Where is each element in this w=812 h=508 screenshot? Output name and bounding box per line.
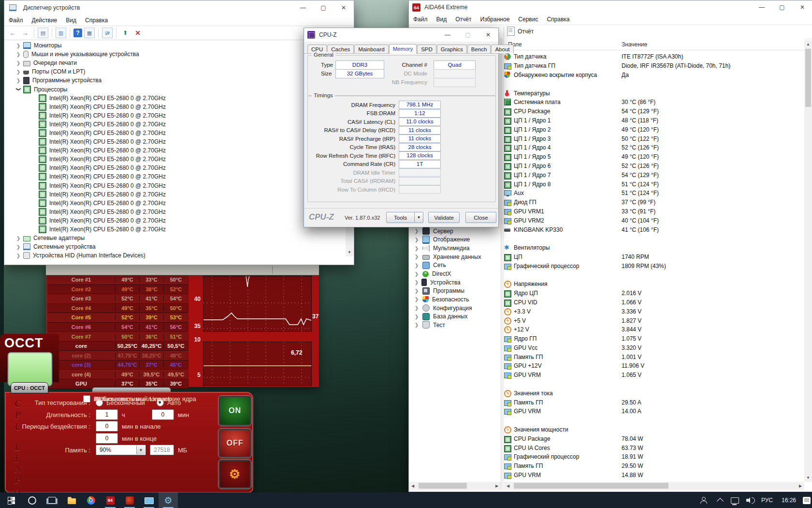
category-tree-item[interactable]: ❯ Мультимедиа xyxy=(409,244,501,253)
menu-item[interactable]: Вид xyxy=(61,17,81,24)
device-tree-item[interactable]: ❯ Intel(R) Xeon(R) CPU E5-2680 0 @ 2.70G… xyxy=(5,208,345,216)
sensor-row[interactable]: GPU +12V 11.906 V xyxy=(504,361,804,371)
sensor-row[interactable]: ϟ +3.3 V 3.336 V xyxy=(504,307,804,316)
value-column-header[interactable]: Значение xyxy=(622,41,647,48)
device-tree-item[interactable]: ❯ Intel(R) Xeon(R) CPU E5-2680 0 @ 2.70G… xyxy=(5,129,345,137)
device-tree-item[interactable]: ❯ Intel(R) Xeon(R) CPU E5-2680 0 @ 2.70G… xyxy=(5,199,345,208)
scan-hardware-icon[interactable]: ▦ xyxy=(84,28,95,38)
category-tree-item[interactable]: ❯ Хранение данных xyxy=(409,253,501,261)
expander-icon[interactable]: ❯ xyxy=(413,254,420,259)
checkbox-label[interactable]: Использовать все логические ядра xyxy=(94,395,196,403)
cpuz-tab[interactable]: About xyxy=(491,45,513,53)
menu-item[interactable]: Действие xyxy=(28,17,62,24)
sensor-row[interactable]: CPU Package 54 °C (129 °F) xyxy=(504,107,804,116)
sensor-row[interactable]: Диод ГП 37 °C (99 °F) xyxy=(504,198,804,207)
expander-icon[interactable]: ❯ xyxy=(14,253,22,258)
sensor-row[interactable]: ЦП 1 / Ядро 5 49 °C (120 °F) xyxy=(504,152,804,162)
idle-start-input[interactable]: 0 xyxy=(96,421,118,432)
cpuz-tab[interactable]: Memory xyxy=(389,44,417,54)
task-view-button[interactable] xyxy=(43,493,61,508)
category-tree-item[interactable]: ❯ Программы xyxy=(409,286,501,295)
device-tree-item[interactable]: ❯ Intel(R) Xeon(R) CPU E5-2680 0 @ 2.70G… xyxy=(5,164,345,172)
scrollbar-thumb[interactable] xyxy=(514,483,668,489)
help-icon[interactable]: ? xyxy=(73,29,82,37)
language-indicator[interactable]: РУС xyxy=(758,493,776,508)
idle-end-input[interactable]: 0 xyxy=(96,433,118,444)
menu-item[interactable]: Файл xyxy=(409,16,432,23)
sensor-row[interactable]: CPU IA Cores 63.73 W xyxy=(504,443,804,452)
expander-icon[interactable]: ❯ xyxy=(413,288,420,294)
device-tree-item[interactable]: ❯ Intel(R) Xeon(R) CPU E5-2680 0 @ 2.70G… xyxy=(5,225,345,234)
minimize-button[interactable]: — xyxy=(437,28,458,42)
menu-item[interactable]: Справка xyxy=(542,16,574,23)
sensor-row[interactable]: ЦП 1 / Ядро 6 52 °C (126 °F) xyxy=(504,162,804,171)
cpuz-tab[interactable]: Mainboard xyxy=(354,45,388,53)
sensor-row[interactable]: ЦП 1 / Ядро 2 49 °C (120 °F) xyxy=(504,125,804,134)
menu-item[interactable]: Вид xyxy=(432,16,451,23)
cpuz-tab[interactable]: Graphics xyxy=(437,45,467,53)
sensor-row[interactable]: Ядро ГП 1.075 V xyxy=(504,334,804,344)
sensor-row[interactable]: ϟ +5 V 1.827 V xyxy=(504,316,804,325)
start-button[interactable] xyxy=(0,493,22,508)
occt-settings-button[interactable]: ⚙ xyxy=(218,460,251,489)
properties-icon[interactable]: ▥ xyxy=(56,28,66,38)
menu-item[interactable]: Файл xyxy=(4,17,28,24)
close-button[interactable]: Close xyxy=(465,212,496,223)
category-tree-item[interactable]: ❯ Конфигурация xyxy=(409,304,501,313)
close-button[interactable]: ✕ xyxy=(334,0,354,15)
category-tree-item[interactable]: ❯ Безопасность xyxy=(409,295,501,304)
cpuz-tab[interactable]: Bench xyxy=(467,45,491,53)
device-tree-item[interactable]: ❯ Intel(R) Xeon(R) CPU E5-2680 0 @ 2.70G… xyxy=(5,94,345,103)
network-tray-button[interactable] xyxy=(727,493,742,508)
expander-icon[interactable]: ❯ xyxy=(16,86,21,93)
expander-icon[interactable]: ❯ xyxy=(413,246,420,251)
expander-icon[interactable]: ❯ xyxy=(14,236,22,241)
minimize-button[interactable]: — xyxy=(293,0,313,15)
expander-icon[interactable]: ❯ xyxy=(413,263,420,268)
report-button[interactable]: Отчёт xyxy=(507,27,534,36)
device-tree-item[interactable]: ❯ Мыши и иные указывающие устройства xyxy=(5,50,345,59)
category-tree-item[interactable]: ❯ Тест xyxy=(409,321,501,329)
category-tree-item[interactable]: ❯ Отображение xyxy=(409,236,501,244)
expander-icon[interactable]: ❯ xyxy=(413,228,420,234)
sensor-row[interactable]: GPU Vcc 3.320 V xyxy=(504,344,804,353)
scroll-left-icon[interactable]: ◀ xyxy=(409,482,417,490)
people-button[interactable] xyxy=(696,493,712,508)
occt-cpu-tab[interactable]: CPU : OCCT xyxy=(11,382,48,393)
sensor-row[interactable]: Память ГП 1.001 V xyxy=(504,352,804,361)
uninstall-device-icon[interactable]: ✕ xyxy=(132,28,143,38)
device-tree-item[interactable]: ❯ Intel(R) Xeon(R) CPU E5-2680 0 @ 2.70G… xyxy=(5,120,345,129)
scroll-right-icon[interactable]: ▶ xyxy=(797,482,804,490)
expander-icon[interactable]: ❯ xyxy=(413,271,420,277)
maximize-button[interactable]: ▢ xyxy=(458,28,478,42)
category-tree-item[interactable]: ❯ База данных xyxy=(409,312,501,321)
device-tree-item[interactable]: ❯ Intel(R) Xeon(R) CPU E5-2680 0 @ 2.70G… xyxy=(5,146,345,155)
sensor-row[interactable]: Температуры xyxy=(504,89,804,98)
device-tree-item[interactable]: ❯ Сетевые адаптеры xyxy=(5,234,345,242)
memory-percent-dropdown[interactable]: 90%▼ xyxy=(96,445,146,455)
scroll-down-icon[interactable]: ▼ xyxy=(346,248,353,256)
sensor-row[interactable]: GPU VRM 14.00 A xyxy=(504,407,804,416)
scrollbar-thumb[interactable] xyxy=(419,483,467,489)
forward-icon[interactable]: → xyxy=(20,28,30,38)
sensor-row[interactable]: GPU VRM 14.88 W xyxy=(504,471,804,480)
update-driver-icon[interactable]: 🖳 xyxy=(102,28,113,38)
sensor-row[interactable]: ✱ Вентиляторы xyxy=(504,243,804,253)
category-tree-item[interactable]: ❯ Сеть xyxy=(409,261,501,270)
category-tree-item[interactable]: ❯ Устройства xyxy=(409,278,501,287)
sensor-row[interactable]: ϟ Напряжения xyxy=(504,280,804,289)
expander-icon[interactable]: ❯ xyxy=(413,297,420,302)
sensor-row[interactable]: Тип датчика ITE IT8772F (ISA A30h) xyxy=(504,52,804,61)
sensor-row[interactable]: GPU VRM1 33 °C (91 °F) xyxy=(504,207,804,216)
search-button[interactable] xyxy=(22,493,42,508)
validate-button[interactable]: Validate xyxy=(428,212,460,223)
sensor-row[interactable]: GPU VRM 1.065 V xyxy=(504,371,804,380)
occt-taskbar-button[interactable] xyxy=(120,493,139,508)
sensor-row[interactable]: Тип датчика ГП Diode, IRF IR3567B (ATI-D… xyxy=(504,61,804,71)
expander-icon[interactable]: ❯ xyxy=(14,52,22,57)
device-tree-item[interactable]: ❯ Intel(R) Xeon(R) CPU E5-2680 0 @ 2.70G… xyxy=(5,190,345,199)
menu-item[interactable]: Избранное xyxy=(476,16,514,23)
category-tree-item[interactable]: ❯ Сервер xyxy=(409,227,501,236)
maximize-button[interactable]: ▢ xyxy=(313,0,334,15)
sensor-row[interactable]: ϟ Значения мощности xyxy=(504,425,804,434)
